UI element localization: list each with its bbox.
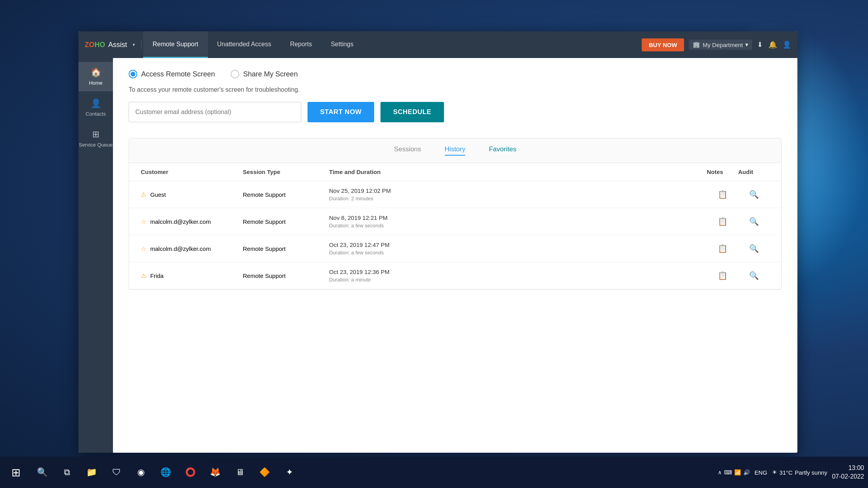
home-icon: 🏠 (91, 67, 101, 78)
sidebar-item-home[interactable]: 🏠 Home (78, 62, 113, 91)
audit-icon-1[interactable]: 🔍 (738, 190, 770, 199)
taskbar-task-view[interactable]: ⧉ (56, 462, 78, 483)
weather-temp: 31°C (779, 469, 793, 476)
zoho-logo-text: ZOHO (85, 41, 105, 49)
taskbar-date-display: 07-02-2022 (832, 472, 864, 481)
taskbar-right: ∧ ⌨ 📶 🔊 ENG ☀ 31°C Partly sunny 13:00 07… (718, 464, 864, 481)
radio-share-screen[interactable]: Share My Screen (231, 70, 298, 78)
customer-cell-1: ⚠ Guest (141, 191, 243, 198)
service-queue-icon: ⊞ (92, 129, 99, 140)
weather-desc: Partly sunny (795, 469, 828, 476)
warning-icon-1: ⚠ (141, 191, 146, 198)
app-dropdown-arrow[interactable]: ▾ (133, 42, 135, 47)
customer-cell-3: ☆ malcolm.d@zylker.com (141, 245, 243, 252)
tab-sessions[interactable]: Sessions (394, 145, 421, 156)
notes-icon-1[interactable]: 📋 (707, 190, 738, 199)
time-cell-2: Nov 8, 2019 12:21 PM Duration: a few sec… (329, 214, 707, 229)
tabs-header: Sessions History Favorites (129, 138, 781, 163)
taskbar-weather: ☀ 31°C Partly sunny (772, 469, 827, 476)
dept-icon: 🏢 (693, 41, 700, 48)
table-header: Customer Session Type Time and Duration … (129, 163, 781, 181)
nav-item-settings[interactable]: Settings (321, 31, 363, 58)
start-button[interactable]: ⊞ (4, 461, 27, 484)
volume-icon: 🔊 (743, 469, 750, 475)
tabs-section: Sessions History Favorites Customer Sess… (129, 138, 782, 290)
keyboard-icon: ⌨ (724, 469, 732, 475)
radio-section: Access Remote Screen Share My Screen (129, 70, 782, 78)
dept-dropdown-icon: ▾ (745, 41, 748, 48)
taskbar-chrome[interactable]: ◉ (130, 462, 152, 483)
chevron-up-icon[interactable]: ∧ (718, 469, 722, 475)
sidebar: 🏠 Home 👤 Contacts ⊞ Service Queue (78, 58, 113, 453)
contacts-icon: 👤 (91, 98, 101, 109)
radio-access-remote[interactable]: Access Remote Screen (129, 70, 215, 78)
notes-icon-2[interactable]: 📋 (707, 217, 738, 226)
taskbar-brave[interactable]: 🛡 (106, 462, 127, 483)
nav-item-remote-support[interactable]: Remote Support (143, 31, 208, 58)
customer-cell-2: ☆ malcolm.d@zylker.com (141, 218, 243, 225)
table-row: ⚠ Guest Remote Support Nov 25, 2019 12:0… (129, 181, 781, 208)
table-row: ☆ malcolm.d@zylker.com Remote Support No… (129, 208, 781, 235)
taskbar-vlc[interactable]: 🔶 (254, 462, 275, 483)
user-icon[interactable]: 👤 (782, 40, 791, 49)
taskbar-language: ENG (755, 469, 768, 476)
taskbar-opera[interactable]: ⭕ (180, 462, 201, 483)
nav-right: BUY NOW 🏢 My Department ▾ ⬇ 🔔 👤 (642, 38, 791, 51)
app-window: ZOHO Assist ▾ Remote Support Unattended … (78, 31, 797, 453)
notes-icon-3[interactable]: 📋 (707, 244, 738, 253)
col-notes: Notes (707, 169, 738, 175)
star-icon-3: ☆ (141, 245, 146, 252)
schedule-button[interactable]: SCHEDULE (380, 102, 444, 122)
weather-icon: ☀ (772, 469, 777, 476)
logo-zo: ZO (85, 41, 95, 49)
col-audit: Audit (738, 169, 770, 175)
taskbar-app2[interactable]: ✦ (278, 462, 300, 483)
taskbar-app1[interactable]: 🖥 (229, 462, 251, 483)
main-content: Access Remote Screen Share My Screen To … (113, 58, 797, 453)
taskbar-explorer[interactable]: 📁 (81, 462, 102, 483)
buy-now-button[interactable]: BUY NOW (642, 38, 684, 51)
download-icon[interactable]: ⬇ (757, 40, 763, 49)
tab-favorites[interactable]: Favorites (489, 145, 516, 156)
sidebar-item-service-queue[interactable]: ⊞ Service Queue (78, 124, 113, 153)
audit-icon-4[interactable]: 🔍 (738, 271, 770, 280)
taskbar-edge[interactable]: 🌐 (155, 462, 177, 483)
app-body: 🏠 Home 👤 Contacts ⊞ Service Queue Access… (78, 58, 797, 453)
tab-history[interactable]: History (445, 145, 466, 156)
star-icon-2: ☆ (141, 218, 146, 225)
notification-icon[interactable]: 🔔 (768, 40, 777, 49)
assist-label: Assist (108, 41, 127, 49)
taskbar-clock: 13:00 07-02-2022 (832, 464, 864, 481)
time-cell-3: Oct 23, 2019 12:47 PM Duration: a few se… (329, 241, 707, 256)
nav-right-icons: ⬇ 🔔 👤 (757, 40, 791, 49)
nav-bar: ZOHO Assist ▾ Remote Support Unattended … (78, 31, 797, 58)
network-icon: 📶 (734, 469, 741, 475)
radio-access-remote-circle[interactable] (129, 70, 137, 78)
col-time-duration: Time and Duration (329, 169, 707, 175)
time-cell-1: Nov 25, 2019 12:02 PM Duration: 2 minute… (329, 187, 707, 201)
taskbar-search[interactable]: 🔍 (31, 462, 53, 483)
taskbar-time-display: 13:00 (832, 464, 864, 472)
warning-icon-4: ⚠ (141, 272, 146, 279)
time-cell-4: Oct 23, 2019 12:36 PM Duration: a minute (329, 268, 707, 283)
email-input[interactable] (129, 102, 301, 122)
action-row: START NOW SCHEDULE (129, 102, 782, 122)
col-customer: Customer (141, 169, 243, 175)
notes-icon-4[interactable]: 📋 (707, 271, 738, 280)
table-row: ⚠ Frida Remote Support Oct 23, 2019 12:3… (129, 262, 781, 289)
nav-item-reports[interactable]: Reports (280, 31, 321, 58)
app-logo: ZOHO Assist ▾ (85, 41, 142, 49)
start-now-button[interactable]: START NOW (308, 102, 374, 122)
radio-share-screen-circle[interactable] (231, 70, 239, 78)
department-selector[interactable]: 🏢 My Department ▾ (689, 40, 752, 50)
nav-items: Remote Support Unattended Access Reports… (143, 31, 642, 58)
audit-icon-3[interactable]: 🔍 (738, 244, 770, 253)
taskbar-firefox[interactable]: 🦊 (204, 462, 226, 483)
nav-item-unattended-access[interactable]: Unattended Access (208, 31, 281, 58)
description-text: To access your remote customer's screen … (129, 86, 782, 93)
taskbar: ⊞ 🔍 ⧉ 📁 🛡 ◉ 🌐 ⭕ 🦊 🖥 🔶 ✦ ∧ ⌨ 📶 🔊 ENG ☀ 31… (0, 457, 868, 488)
customer-cell-4: ⚠ Frida (141, 272, 243, 279)
sidebar-item-contacts[interactable]: 👤 Contacts (78, 93, 113, 122)
audit-icon-2[interactable]: 🔍 (738, 217, 770, 226)
taskbar-icons: 🔍 ⧉ 📁 🛡 ◉ 🌐 ⭕ 🦊 🖥 🔶 ✦ (31, 462, 300, 483)
